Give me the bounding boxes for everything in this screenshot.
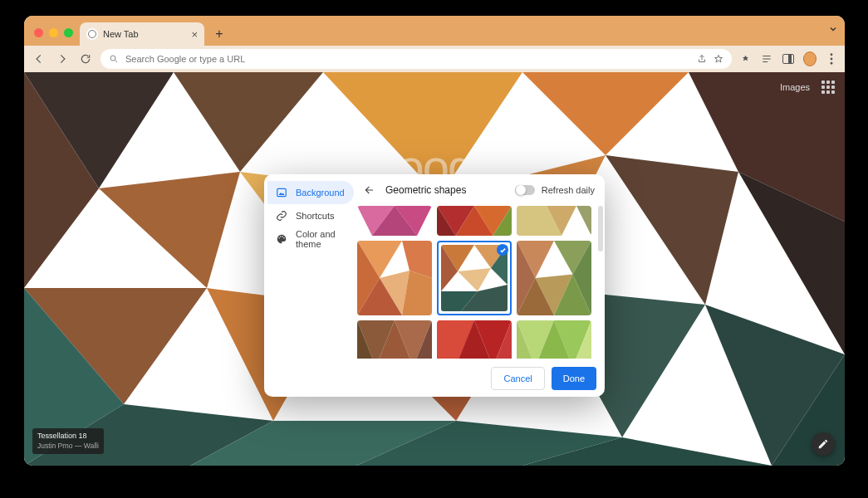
address-bar[interactable]: [101, 49, 732, 69]
sidebar-item-shortcuts[interactable]: Shortcuts: [267, 204, 354, 227]
window-minimize-button[interactable]: [49, 28, 58, 37]
link-icon: [276, 210, 287, 222]
refresh-daily-toggle[interactable]: [515, 185, 535, 195]
search-icon: [109, 54, 119, 64]
background-tile[interactable]: [437, 206, 512, 236]
window-controls: [29, 28, 80, 46]
dialog-title: Geometric shapes: [385, 184, 466, 196]
svg-point-3: [831, 62, 833, 65]
background-grid-scroll[interactable]: [357, 206, 605, 359]
dialog-header: Geometric shapes Refresh daily: [357, 174, 605, 206]
new-tab-button[interactable]: +: [209, 24, 229, 44]
tab-close-button[interactable]: ×: [191, 29, 198, 40]
forward-button[interactable]: [54, 51, 71, 67]
palette-icon: [276, 233, 287, 245]
selected-check-icon: [497, 244, 508, 256]
sidebar-item-background[interactable]: Background: [267, 181, 354, 204]
new-tab-page: Images Google Tessellation 18 Justin Prn…: [24, 72, 845, 466]
window-close-button[interactable]: [34, 28, 43, 37]
background-tile[interactable]: [357, 206, 432, 236]
window-dropdown-button[interactable]: [828, 24, 838, 34]
background-grid-row: [357, 320, 595, 359]
tab-favicon: [86, 28, 98, 40]
background-tile-selected[interactable]: [437, 241, 512, 315]
svg-point-2: [831, 58, 833, 61]
done-button[interactable]: Done: [552, 367, 596, 390]
arrow-left-icon: [33, 53, 45, 65]
share-icon: [697, 54, 707, 64]
background-tile[interactable]: [357, 320, 432, 359]
sidebar-label: Shortcuts: [296, 211, 334, 221]
dialog-back-button[interactable]: [360, 181, 379, 199]
svg-point-27: [278, 237, 280, 239]
toolbar-actions: [738, 52, 838, 66]
side-panel-button[interactable]: [782, 52, 795, 66]
sidebar-label: Color and theme: [296, 229, 346, 249]
background-tile[interactable]: [517, 320, 591, 359]
dialog-main: Geometric shapes Refresh daily: [357, 174, 605, 359]
extensions-button[interactable]: [738, 52, 752, 66]
background-grid-row: [357, 206, 595, 236]
cancel-button[interactable]: Cancel: [491, 367, 544, 390]
dialog-backdrop: Background Shortcuts: [24, 72, 845, 466]
tab-title: New Tab: [103, 29, 139, 39]
browser-tab[interactable]: New Tab ×: [80, 22, 204, 46]
svg-point-29: [282, 236, 283, 237]
dialog-footer: Cancel Done: [264, 359, 605, 397]
profile-button[interactable]: [803, 52, 817, 66]
svg-rect-26: [277, 188, 287, 196]
kebab-icon: [830, 53, 833, 65]
scrollbar-thumb[interactable]: [598, 206, 603, 251]
reading-list-button[interactable]: [760, 52, 773, 66]
tab-strip: New Tab × +: [24, 16, 845, 46]
background-tile[interactable]: [357, 241, 432, 315]
avatar-icon: [803, 51, 817, 66]
address-input[interactable]: [125, 54, 690, 64]
sidebar-label: Background: [296, 188, 345, 198]
sidebar-item-color-theme[interactable]: Color and theme: [267, 227, 354, 251]
window-maximize-button[interactable]: [64, 28, 73, 37]
panel-icon: [782, 54, 794, 64]
list-icon: [761, 53, 772, 65]
toolbar: [24, 46, 845, 72]
background-tile[interactable]: [517, 241, 591, 315]
background-tile[interactable]: [517, 206, 591, 236]
share-button[interactable]: [697, 54, 707, 64]
puzzle-icon: [740, 54, 751, 65]
arrow-left-icon: [364, 184, 375, 196]
reload-button[interactable]: [77, 51, 94, 67]
dialog-sidebar: Background Shortcuts: [264, 174, 357, 359]
svg-point-30: [283, 237, 285, 239]
svg-marker-42: [576, 206, 591, 236]
svg-marker-53: [458, 268, 491, 291]
image-icon: [276, 187, 287, 198]
bookmark-button[interactable]: [714, 54, 723, 64]
menu-button[interactable]: [825, 52, 838, 66]
svg-point-1: [831, 53, 833, 56]
svg-point-28: [280, 236, 282, 237]
back-button[interactable]: [31, 51, 47, 67]
customize-dialog: Background Shortcuts: [264, 174, 605, 397]
svg-point-0: [110, 56, 115, 61]
star-icon: [714, 54, 723, 64]
refresh-daily-label: Refresh daily: [542, 185, 595, 195]
reload-icon: [80, 53, 91, 65]
background-tile[interactable]: [437, 320, 512, 359]
arrow-right-icon: [56, 53, 68, 65]
browser-window: New Tab × +: [24, 16, 845, 466]
background-grid-row: [357, 241, 595, 315]
chevron-down-icon: [828, 24, 838, 34]
